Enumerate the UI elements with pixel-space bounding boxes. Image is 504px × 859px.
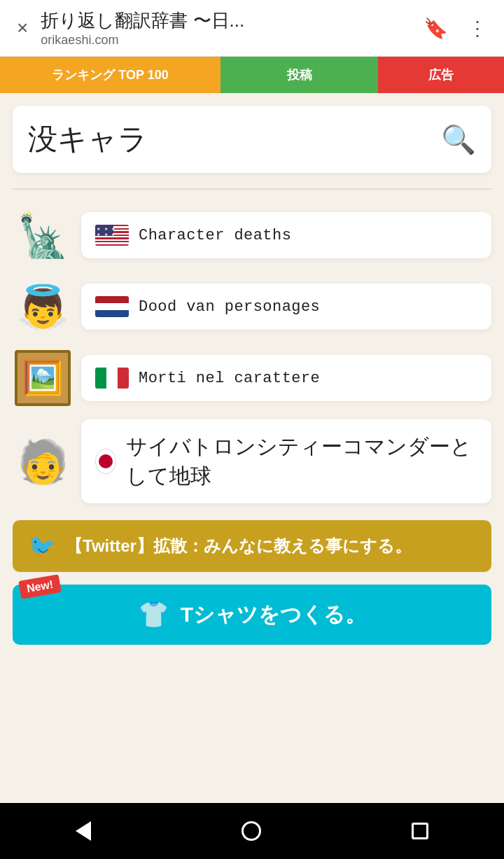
bookmark-button[interactable]: 🔖 — [421, 14, 451, 43]
nav-home-button[interactable] — [227, 814, 275, 848]
result-row: 🗽 Character deaths — [13, 205, 491, 265]
avatar-portrait: 🖼️ — [13, 348, 73, 408]
browser-bar-left: × 折り返し翻訳辞書 〜日... orikaeshi.com — [14, 8, 244, 48]
browser-bar: × 折り返し翻訳辞書 〜日... orikaeshi.com 🔖 ⋮ — [0, 0, 504, 57]
nav-recents-button[interactable] — [398, 816, 442, 846]
browser-title-group: 折り返し翻訳辞書 〜日... orikaeshi.com — [41, 8, 244, 48]
result-text-it: Morti nel carattere — [139, 370, 320, 387]
result-card-en[interactable]: Character deaths — [81, 212, 491, 258]
tshirt-button[interactable]: 👕 Tシャツをつくる。 — [13, 585, 491, 645]
avatar-shakespeare: 🧓 — [13, 431, 73, 491]
result-row: 🖼️ Morti nel carattere — [13, 348, 491, 408]
tshirt-label: Tシャツをつくる。 — [181, 601, 366, 629]
result-card-it[interactable]: Morti nel carattere — [81, 355, 491, 401]
recents-icon — [412, 823, 428, 839]
browser-title: 折り返し翻訳辞書 〜日... — [41, 8, 244, 33]
browser-bar-right: 🔖 ⋮ — [421, 14, 490, 43]
twitter-icon: 🐦 — [28, 533, 56, 559]
flag-it — [95, 368, 129, 389]
result-card-jp[interactable]: サイバトロンシティーコマンダーとして地球 — [81, 419, 491, 503]
result-text-en: Character deaths — [139, 227, 291, 244]
tab-post[interactable]: 投稿 — [220, 57, 378, 93]
avatar-angel: 👼 — [13, 277, 73, 337]
tab-ad[interactable]: 広告 — [378, 57, 504, 93]
tab-ranking[interactable]: ランキング TOP 100 — [0, 57, 220, 93]
result-text-jp: サイバトロンシティーコマンダーとして地球 — [126, 432, 477, 491]
twitter-share-button[interactable]: 🐦 【Twitter】拡散：みんなに教える事にする。 — [13, 520, 491, 572]
android-nav-bar — [0, 803, 504, 859]
top-tabs: ランキング TOP 100 投稿 広告 — [0, 57, 504, 93]
result-row: 👼 Dood van personages — [13, 277, 491, 337]
results-container: 🗽 Character deaths 👼 — [13, 205, 491, 503]
result-row: 🧓 サイバトロンシティーコマンダーとして地球 — [13, 419, 491, 503]
tshirt-icon: 👕 — [138, 600, 169, 629]
search-box: 没キャラ 🔍 — [13, 106, 491, 173]
search-button[interactable]: 🔍 — [441, 123, 476, 156]
search-query: 没キャラ — [28, 120, 148, 159]
main-content: 没キャラ 🔍 🗽 Character deaths 👼 — [0, 93, 504, 803]
home-icon — [241, 821, 261, 841]
result-card-nl[interactable]: Dood van personages — [81, 284, 491, 330]
flag-us — [95, 225, 129, 246]
tshirt-button-wrapper: New! 👕 Tシャツをつくる。 — [13, 585, 491, 645]
flag-jp — [95, 449, 116, 474]
flag-nl — [95, 296, 129, 317]
result-text-nl: Dood van personages — [139, 298, 320, 316]
twitter-label: 【Twitter】拡散：みんなに教える事にする。 — [66, 535, 412, 557]
browser-url: orikaeshi.com — [41, 33, 244, 48]
menu-button[interactable]: ⋮ — [465, 14, 490, 43]
back-icon — [76, 821, 91, 841]
avatar-statue: 🗽 — [13, 205, 73, 265]
nav-back-button[interactable] — [62, 814, 105, 848]
close-button[interactable]: × — [14, 14, 31, 42]
divider — [13, 188, 491, 190]
